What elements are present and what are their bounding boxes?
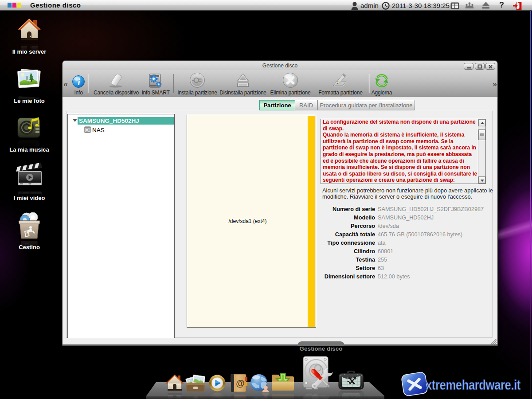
svg-text:@: @ [236, 378, 245, 388]
svg-text:i: i [78, 77, 80, 87]
svg-text:xtremehardware.it: xtremehardware.it [426, 377, 520, 393]
